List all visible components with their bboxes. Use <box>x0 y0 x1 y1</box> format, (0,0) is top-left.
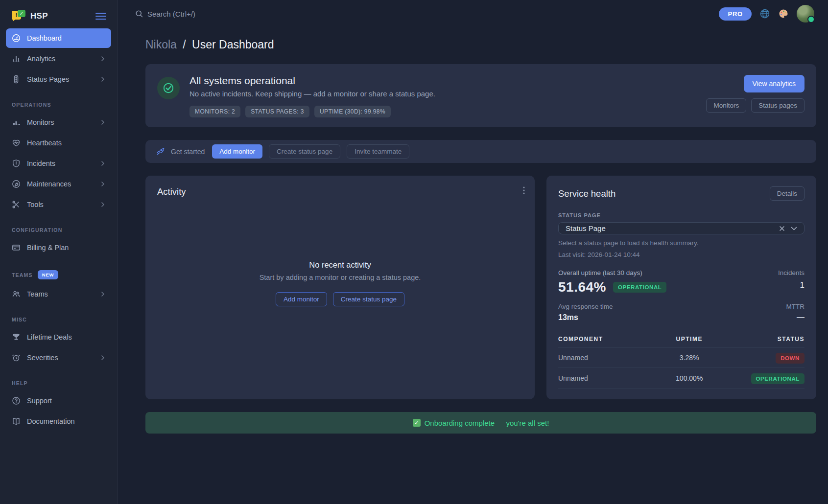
get-started-label: Get started <box>171 148 205 156</box>
plan-badge[interactable]: PRO <box>719 7 752 21</box>
details-button[interactable]: Details <box>770 186 804 201</box>
sidebar-item-label: Incidents <box>27 160 100 167</box>
language-globe-icon[interactable] <box>759 8 770 19</box>
sidebar-item-heartbeats[interactable]: Heartbeats <box>6 133 111 153</box>
component-table: COMPONENT UPTIME STATUS Unnamed 3.28% DO… <box>558 331 804 389</box>
avg-response-value: 13ms <box>558 313 613 322</box>
menu-toggle-icon[interactable] <box>95 11 106 22</box>
check-square-icon: ✓ <box>413 419 421 427</box>
hero-subtitle: No active incidents. Keep shipping — add… <box>189 90 435 98</box>
create-status-page-button[interactable]: Create status page <box>269 144 340 159</box>
sidebar-item-maintenances[interactable]: Maintenances <box>6 174 111 194</box>
sidebar-item-support[interactable]: Support <box>6 391 111 411</box>
maintenance-gear-icon <box>12 180 21 188</box>
chevron-right-icon <box>100 355 105 360</box>
component-uptime: 100.00% <box>650 374 729 382</box>
stat-chip-monitors: MONITORS: 2 <box>189 106 240 117</box>
search-icon <box>135 10 143 18</box>
col-uptime: UPTIME <box>650 336 729 343</box>
uptime-status-badge: OPERATIONAL <box>613 282 666 293</box>
global-search[interactable] <box>135 10 719 18</box>
monitors-button[interactable]: Monitors <box>706 98 746 113</box>
service-health-card: Service health Details STATUS PAGE Statu… <box>546 176 816 399</box>
bar-chart-icon <box>12 54 21 63</box>
sidebar-item-status-pages[interactable]: Status Pages <box>6 69 111 89</box>
table-row[interactable]: Unnamed 100.00% OPERATIONAL <box>558 368 804 389</box>
status-page-select[interactable]: Status Page <box>558 222 804 234</box>
avg-response-label: Avg response time <box>558 303 613 310</box>
breadcrumb-parent[interactable]: Nikola <box>145 38 177 51</box>
sidebar-item-incidents[interactable]: Incidents <box>6 154 111 173</box>
clear-selection-icon[interactable] <box>779 226 785 231</box>
empty-add-monitor-button[interactable]: Add monitor <box>276 292 327 306</box>
search-input[interactable] <box>147 10 294 18</box>
table-row[interactable]: Unnamed 3.28% DOWN <box>558 347 804 368</box>
hero-stats: MONITORS: 2 STATUS PAGES: 3 UPTIME (30D)… <box>189 106 435 117</box>
chevron-right-icon <box>100 56 105 61</box>
component-name: Unnamed <box>558 354 650 362</box>
status-page-select-value: Status Page <box>566 224 779 232</box>
page-content: Nikola / User Dashboard All systems oper… <box>118 27 828 504</box>
col-status: STATUS <box>729 336 804 343</box>
component-name: Unnamed <box>558 374 650 382</box>
empty-create-status-page-button[interactable]: Create status page <box>333 292 404 306</box>
sidebar-item-label: Support <box>27 397 105 405</box>
empty-state-title: No recent activity <box>309 260 371 270</box>
sidebar-item-analytics[interactable]: Analytics <box>6 49 111 69</box>
theme-palette-icon[interactable] <box>778 8 789 19</box>
uptime-value: 51.64% <box>558 279 606 295</box>
kebab-menu-icon[interactable] <box>523 186 525 194</box>
sidebar-item-label: Teams <box>27 290 100 298</box>
gauge-icon <box>12 34 21 43</box>
sidebar-item-teams[interactable]: Teams <box>6 284 111 304</box>
monitors-chart-icon <box>12 118 21 127</box>
sidebar-item-label: Documentation <box>27 417 105 425</box>
sidebar-item-label: Monitors <box>27 118 100 126</box>
traffic-light-icon <box>12 75 21 84</box>
sidebar-item-label: Heartbeats <box>27 139 105 147</box>
rocket-icon <box>156 147 165 156</box>
sidebar-item-severities[interactable]: Severities <box>6 348 111 367</box>
add-monitor-button[interactable]: Add monitor <box>212 144 262 159</box>
logo-row: !✓ HSP <box>6 7 111 27</box>
breadcrumb: Nikola / User Dashboard <box>145 38 816 51</box>
sidebar-item-documentation[interactable]: Documentation <box>6 412 111 431</box>
invite-teammate-button[interactable]: Invite teammate <box>347 144 409 159</box>
activity-empty-state: No recent activity Start by adding a mon… <box>157 178 523 389</box>
status-badge: DOWN <box>776 353 804 364</box>
sidebar-item-billing[interactable]: Billing & Plan <box>6 238 111 257</box>
sidebar-item-label: Lifetime Deals <box>27 333 105 341</box>
check-circle-icon <box>157 77 180 99</box>
sidebar-item-label: Status Pages <box>27 75 100 83</box>
credit-card-icon <box>12 243 21 252</box>
new-badge: NEW <box>38 270 59 279</box>
status-pages-button[interactable]: Status pages <box>751 98 804 113</box>
sidebar: !✓ HSP Dashboard Analytics Status Pages … <box>0 0 118 504</box>
stat-chip-uptime: UPTIME (30D): 99.98% <box>314 106 391 117</box>
book-icon <box>12 417 21 426</box>
incidents-label: Incidents <box>778 269 804 276</box>
status-badge: OPERATIONAL <box>751 373 804 384</box>
chevron-right-icon <box>100 77 105 82</box>
shield-alert-icon <box>12 159 21 168</box>
user-avatar[interactable] <box>797 5 814 23</box>
sidebar-item-lifetime-deals[interactable]: Lifetime Deals <box>6 327 111 347</box>
view-analytics-button[interactable]: View analytics <box>744 75 804 92</box>
sidebar-item-monitors[interactable]: Monitors <box>6 113 111 132</box>
mttr-label: MTTR <box>786 303 805 310</box>
topbar: PRO <box>118 0 828 27</box>
service-health-title: Service health <box>558 188 615 199</box>
main-area: PRO Nikola / User Dashboard All systems … <box>118 0 828 504</box>
breadcrumb-current: User Dashboard <box>192 38 274 51</box>
sidebar-item-dashboard[interactable]: Dashboard <box>6 28 111 48</box>
status-hero-card: All systems operational No active incide… <box>145 64 816 127</box>
component-uptime: 3.28% <box>650 354 729 362</box>
chevron-right-icon <box>100 120 105 125</box>
sidebar-section-label: TEAMS <box>12 272 33 278</box>
tools-icon <box>12 200 21 209</box>
onboarding-banner-text: Onboarding complete — you're all set! <box>425 419 549 427</box>
chevron-right-icon <box>100 161 105 166</box>
chevron-down-icon[interactable] <box>791 227 797 230</box>
heartbeat-icon <box>12 138 21 147</box>
sidebar-item-tools[interactable]: Tools <box>6 195 111 214</box>
